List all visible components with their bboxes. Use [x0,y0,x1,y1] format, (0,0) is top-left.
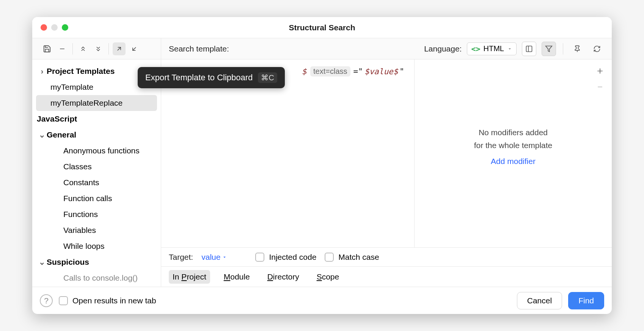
template-item-selected[interactable]: myTemplateReplace [36,95,157,111]
template-item[interactable]: Functions [32,206,161,222]
chevron-down-icon [507,46,512,52]
chevron-down-icon: ⌄ [38,258,47,267]
group-suspicious[interactable]: ⌄ Suspicious [32,254,161,270]
pin-icon[interactable] [570,42,584,56]
remove-modifier-icon: － [594,81,606,92]
close-window-button[interactable] [41,24,47,31]
expand-all-icon[interactable] [77,42,90,55]
target-dropdown[interactable]: value [201,253,227,262]
cancel-button[interactable]: Cancel [517,292,562,309]
target-row: Target: value Injected code Match case [161,247,612,266]
chevron-down-icon: ⌄ [38,130,47,139]
help-icon[interactable]: ? [40,294,53,307]
titlebar: Structural Search [32,17,612,38]
find-button[interactable]: Find [568,292,604,309]
html-tag-icon: <> [471,44,480,53]
footer: ? Open results in new tab Cancel Find [32,287,612,314]
template-item[interactable]: Classes [32,159,161,175]
inlay-hint: text=class [310,66,350,77]
collapse-all-icon[interactable] [92,42,105,55]
group-javascript[interactable]: JavaScript [32,111,161,127]
maximize-window-button[interactable] [62,24,68,31]
scope-tab-scope[interactable]: Scope [313,270,343,284]
placeholder-value: $value$ [364,67,398,76]
group-general[interactable]: ⌄ General [32,127,161,143]
window-title: Structural Search [32,23,612,32]
template-item[interactable]: Anonymous functions [32,143,161,159]
add-modifier-link[interactable]: Add modifier [491,157,536,166]
toolbar: Search template: Language: <> HTML [32,38,612,59]
match-case-checkbox[interactable]: Match case [325,253,379,262]
svg-rect-1 [526,46,532,52]
template-item[interactable]: Function calls [32,190,161,206]
add-modifier-icon[interactable]: ＋ [594,65,606,76]
remove-template-icon[interactable] [56,42,69,55]
separator [72,43,73,55]
refresh-icon[interactable] [590,42,604,56]
template-item[interactable]: While loops [32,238,161,254]
tooltip-shortcut: ⌘C [258,72,277,83]
template-item[interactable]: Calls to console.log() [32,270,161,286]
code-text: =" [353,67,363,76]
filter-icon[interactable] [542,42,556,56]
search-template-label: Search template: [169,44,229,53]
language-label: Language: [424,44,462,53]
scope-tab-project[interactable]: In Project [169,270,210,284]
separator [108,43,109,55]
open-new-tab-checkbox[interactable]: Open results in new tab [59,296,156,305]
language-dropdown[interactable]: <> HTML [467,42,517,55]
checkbox-icon [325,253,334,262]
sidebar-toolbar [32,38,161,59]
modifiers-panel: ＋ － No modifiers added for the whole tem… [415,59,612,247]
svg-marker-3 [546,46,552,52]
chevron-right-icon: › [38,67,47,76]
template-item[interactable]: Variables [32,222,161,238]
template-item[interactable]: Constants [32,175,161,190]
scope-tabs: In Project Module Directory Scope [161,266,612,287]
scope-tab-module[interactable]: Module [220,270,254,284]
traffic-lights [32,24,68,31]
main-pane: $ text=class =" $value$ " ＋ － No modifie… [161,59,612,287]
checkbox-icon [59,296,68,305]
code-text: " [399,67,404,76]
checkbox-icon [255,253,264,262]
body: › Project Templates myTemplate myTemplat… [32,59,612,287]
export-tooltip: Export Template to Clipboard ⌘C [138,67,285,88]
injected-code-checkbox[interactable]: Injected code [255,253,316,262]
placeholder-token: $ [302,67,306,76]
minimize-window-button[interactable] [51,24,58,31]
import-template-icon[interactable] [128,42,141,55]
structural-search-window: Structural Search Se [32,17,612,314]
separator [563,43,563,55]
scope-tab-directory[interactable]: Directory [264,270,303,284]
chevron-down-icon [222,254,227,260]
export-template-icon[interactable] [113,42,126,55]
tooltip-text: Export Template to Clipboard [145,73,253,83]
save-template-icon[interactable] [41,42,53,55]
templates-sidebar[interactable]: › Project Templates myTemplate myTemplat… [32,59,161,287]
target-label: Target: [169,253,193,262]
language-value: HTML [484,44,504,53]
editor-header: Search template: Language: <> HTML [161,38,612,59]
no-modifiers-message: No modifiers added for the whole templat… [418,126,608,151]
toggle-structure-icon[interactable] [522,42,536,56]
